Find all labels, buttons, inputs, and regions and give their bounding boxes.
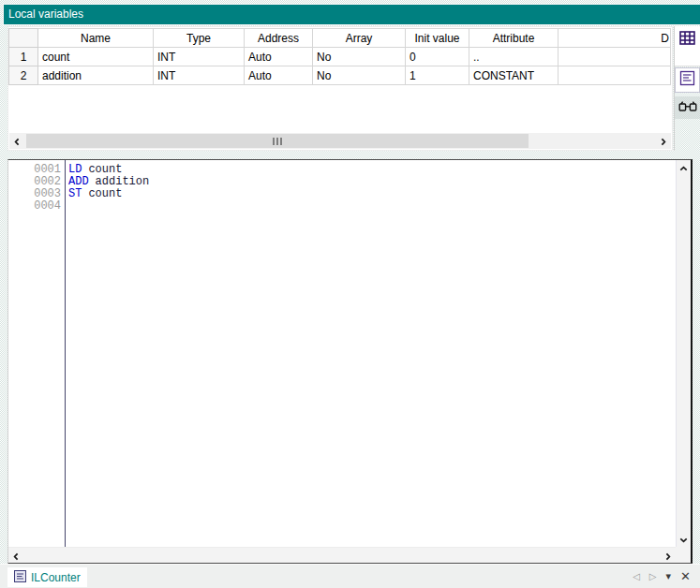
table-header-row: Name Type Address Array Init value Attri… — [9, 29, 671, 48]
next-tab-icon[interactable]: ▷ — [649, 571, 657, 581]
cell-name[interactable]: count — [38, 48, 154, 66]
tab-ilcounter[interactable]: ILCounter — [7, 567, 87, 587]
scroll-down-button[interactable] — [676, 531, 691, 547]
cell-init-value[interactable]: 1 — [406, 66, 469, 85]
code-area[interactable]: 0001LDcount 0002ADDaddition 0003STcount … — [8, 164, 676, 547]
chevron-right-icon — [659, 133, 667, 150]
il-code-line[interactable]: 0003STcount — [8, 188, 676, 200]
panel-titlebar: Local variables — [3, 4, 700, 25]
table-row: 2 addition INT Auto No 1 CONSTANT — [9, 66, 671, 85]
row-number-cell[interactable]: 2 — [9, 66, 38, 85]
scrollbar-thumb[interactable] — [26, 134, 529, 148]
scroll-up-button[interactable] — [676, 160, 691, 176]
col-header-attribute[interactable]: Attribute — [469, 29, 559, 48]
variables-table: Name Type Address Array Init value Attri… — [8, 28, 671, 85]
scrollbar-corner — [676, 547, 691, 563]
il-keyword: ST — [68, 187, 82, 200]
cell-array[interactable]: No — [313, 66, 406, 85]
editor-vertical-scrollbar[interactable] — [676, 160, 691, 547]
col-header-array[interactable]: Array — [313, 29, 406, 48]
scroll-left-button[interactable] — [9, 133, 25, 149]
thumb-grip-icon — [280, 138, 282, 145]
scroll-right-button[interactable] — [655, 133, 671, 149]
chevron-left-icon — [12, 548, 21, 565]
table-grid-icon — [679, 31, 695, 66]
scroll-right-button[interactable] — [660, 548, 676, 564]
side-toolbar — [674, 26, 700, 151]
il-code-editor: 0001LDcount 0002ADDaddition 0003STcount … — [7, 159, 693, 564]
corner-header-cell[interactable] — [9, 29, 38, 48]
editor-horizontal-scrollbar[interactable] — [8, 547, 676, 563]
il-operand: count — [88, 187, 122, 200]
cell-type[interactable]: INT — [154, 66, 245, 85]
bottom-tab-strip: ILCounter ◁ ▷ ▾ ✕ — [0, 564, 700, 588]
table-row: 1 count INT Auto No 0 .. — [9, 48, 671, 66]
col-header-name[interactable]: Name — [38, 29, 154, 48]
il-operand: addition — [96, 175, 150, 188]
scroll-left-button[interactable] — [8, 548, 24, 564]
cell-address[interactable]: Auto — [245, 66, 313, 85]
col-header-type[interactable]: Type — [154, 29, 245, 48]
variables-panel: Name Type Address Array Init value Attri… — [7, 26, 673, 151]
declaration-view-button[interactable] — [675, 67, 700, 93]
chevron-down-icon — [679, 531, 688, 548]
variables-horizontal-scrollbar[interactable] — [9, 133, 671, 149]
cell-type[interactable]: INT — [154, 48, 245, 66]
prev-tab-icon[interactable]: ◁ — [633, 571, 640, 581]
il-keyword: ADD — [68, 175, 89, 188]
thumb-grip-icon — [276, 138, 278, 145]
col-header-init-value[interactable]: Init value — [406, 29, 469, 48]
panel-title: Local variables — [8, 7, 83, 21]
cell-name[interactable]: addition — [38, 66, 154, 85]
close-tab-icon[interactable]: ✕ — [680, 570, 691, 582]
il-operand: count — [88, 163, 122, 176]
thumb-grip-icon — [273, 138, 275, 145]
chevron-right-icon — [663, 548, 672, 565]
il-code-line[interactable]: 0004 — [8, 200, 676, 213]
program-document-icon — [14, 569, 26, 586]
cell-attribute[interactable]: CONSTANT — [469, 66, 559, 85]
tab-navigation-controls: ◁ ▷ ▾ ✕ — [633, 565, 691, 588]
cell-init-value[interactable]: 0 — [406, 48, 469, 66]
chevron-left-icon — [13, 133, 22, 150]
cell-attribute[interactable]: .. — [469, 48, 559, 66]
row-number-cell[interactable]: 1 — [9, 48, 38, 66]
tab-label: ILCounter — [31, 571, 81, 584]
cell-documentation[interactable] — [559, 48, 671, 66]
tab-menu-icon[interactable]: ▾ — [666, 570, 672, 582]
col-header-documentation-truncated[interactable]: D — [559, 29, 671, 48]
cell-array[interactable]: No — [313, 48, 406, 66]
table-view-button[interactable] — [675, 26, 700, 66]
binoculars-icon — [678, 99, 697, 116]
line-number: 0004 — [8, 200, 66, 213]
cell-documentation[interactable] — [559, 66, 671, 85]
local-variables-window: Local variables Name Type Address Array … — [0, 0, 700, 588]
declaration-list-icon — [679, 70, 695, 90]
chevron-up-icon — [679, 160, 688, 177]
find-button[interactable] — [675, 96, 700, 119]
il-keyword: LD — [68, 163, 82, 176]
col-header-address[interactable]: Address — [245, 29, 313, 48]
cell-address[interactable]: Auto — [245, 48, 313, 66]
